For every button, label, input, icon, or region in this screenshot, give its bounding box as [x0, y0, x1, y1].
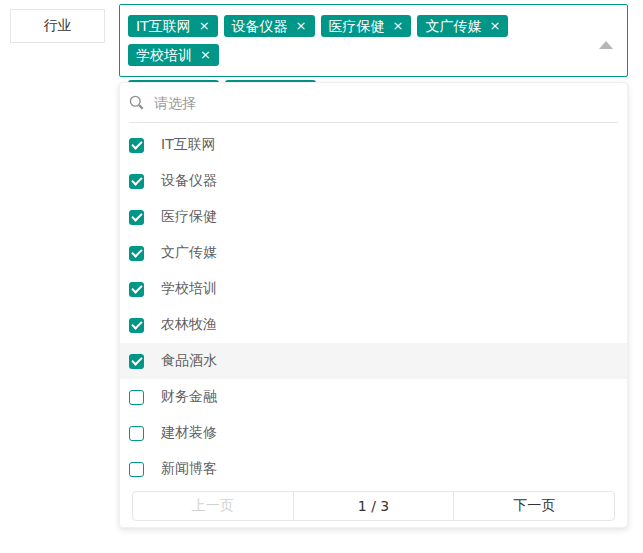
checkbox-unchecked-icon[interactable]: [129, 426, 144, 441]
checkbox-checked-icon[interactable]: [129, 174, 144, 189]
option-search-input[interactable]: [154, 95, 618, 111]
tag-label: 文广传媒: [425, 15, 481, 37]
option-row[interactable]: IT互联网: [120, 127, 627, 163]
field-label: 行业: [10, 9, 105, 43]
checkbox-checked-icon[interactable]: [129, 354, 144, 369]
selected-tag: 文广传媒 ×: [417, 15, 508, 37]
tag-label: IT互联网: [136, 15, 191, 37]
option-row[interactable]: 财务金融: [120, 379, 627, 415]
checkbox-checked-icon[interactable]: [129, 282, 144, 297]
dropdown-panel: IT互联网 设备仪器 医疗保健 文广传媒 学校培训 农林牧渔 食品酒水 财务金: [119, 82, 628, 528]
search-icon: [129, 95, 144, 110]
remove-tag-icon[interactable]: ×: [393, 15, 404, 37]
prev-page-button[interactable]: 上一页: [132, 491, 294, 521]
remove-tag-icon[interactable]: ×: [489, 15, 500, 37]
checkbox-checked-icon[interactable]: [129, 246, 144, 261]
option-row[interactable]: 医疗保健: [120, 199, 627, 235]
option-label: 农林牧渔: [161, 316, 217, 334]
search-bar: [129, 83, 618, 123]
option-row[interactable]: 建材装修: [120, 415, 627, 451]
option-row[interactable]: 设备仪器: [120, 163, 627, 199]
option-label: 财务金融: [161, 388, 217, 406]
tag-label: 医疗保健: [329, 15, 385, 37]
checkbox-checked-icon[interactable]: [129, 210, 144, 225]
option-label: 设备仪器: [161, 172, 217, 190]
checkbox-checked-icon[interactable]: [129, 318, 144, 333]
selected-tag: 设备仪器 ×: [224, 15, 315, 37]
checkbox-checked-icon[interactable]: [129, 138, 144, 153]
dropdown-arrow-icon[interactable]: [599, 41, 613, 49]
page-indicator: 1 / 3: [293, 491, 455, 521]
selected-tag: IT互联网 ×: [128, 15, 218, 37]
selected-tag: 医疗保健 ×: [321, 15, 412, 37]
option-row[interactable]: 文广传媒: [120, 235, 627, 271]
tag-label: 学校培训: [136, 44, 192, 66]
tag-label: 设备仪器: [232, 15, 288, 37]
option-label: IT互联网: [161, 136, 216, 154]
remove-tag-icon[interactable]: ×: [199, 15, 210, 37]
checkbox-unchecked-icon[interactable]: [129, 462, 144, 477]
next-page-button[interactable]: 下一页: [453, 491, 615, 521]
industry-multiselect[interactable]: IT互联网 × 设备仪器 × 医疗保健 × 文广传媒 × 学校培训 × 农林牧渔…: [119, 4, 628, 77]
option-label: 建材装修: [161, 424, 217, 442]
pagination: 上一页 1 / 3 下一页: [132, 491, 615, 521]
option-label: 文广传媒: [161, 244, 217, 262]
selected-tag: 学校培训 ×: [128, 44, 219, 66]
remove-tag-icon[interactable]: ×: [200, 44, 211, 66]
options-list: IT互联网 设备仪器 医疗保健 文广传媒 学校培训 农林牧渔 食品酒水 财务金: [120, 123, 627, 487]
option-label: 食品酒水: [161, 352, 217, 370]
option-label: 学校培训: [161, 280, 217, 298]
checkbox-unchecked-icon[interactable]: [129, 390, 144, 405]
remove-tag-icon[interactable]: ×: [296, 15, 307, 37]
option-label: 医疗保健: [161, 208, 217, 226]
option-row[interactable]: 新闻博客: [120, 451, 627, 487]
option-row[interactable]: 食品酒水: [120, 343, 627, 379]
option-label: 新闻博客: [161, 460, 217, 478]
option-row[interactable]: 农林牧渔: [120, 307, 627, 343]
option-row[interactable]: 学校培训: [120, 271, 627, 307]
